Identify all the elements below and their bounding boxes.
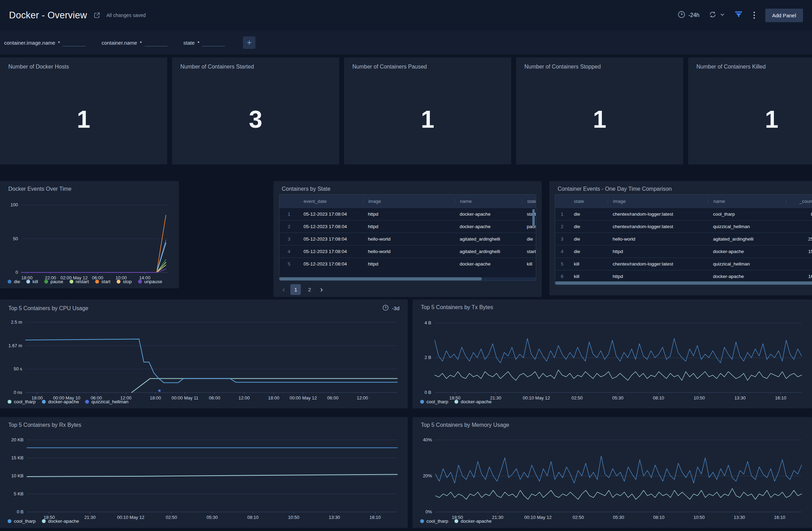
table-row[interactable]: 1diechentex/random-logger:latestcool_tha… <box>555 208 812 220</box>
page-1-button[interactable]: 1 <box>290 284 301 295</box>
rx-bytes-chart: 0 B5 KB10 KB15 KB20 KB18:5021:3000:10 Ma… <box>6 430 402 516</box>
column-header-image[interactable]: image <box>608 199 708 204</box>
table-cell: hello-world <box>363 249 455 254</box>
legend-dot-icon <box>8 280 11 284</box>
legend-label: cool_tharp <box>14 399 36 404</box>
clock-icon <box>677 10 686 20</box>
legend-item-pause[interactable]: pause <box>44 279 63 284</box>
svg-text:50: 50 <box>13 236 18 241</box>
legend-item-docker-apache[interactable]: docker-apache <box>454 399 491 404</box>
add-filter-button[interactable]: + <box>243 36 255 49</box>
table-cell: chentex/random-logger:latest <box>608 212 708 217</box>
legend-dot-icon <box>95 280 99 284</box>
page-2-button[interactable]: 2 <box>304 284 315 295</box>
legend-item-die[interactable]: die <box>8 279 20 284</box>
column-header-state[interactable]: state <box>569 199 608 204</box>
panel-title: Docker Events Over Time <box>8 186 71 192</box>
table-cell: 05-12-2023 17:08:04 <box>299 249 363 254</box>
table-row[interactable]: 105-12-2023 17:08:04httpddocker-apachest… <box>279 208 536 220</box>
legend-item-cool_tharp[interactable]: cool_tharp <box>8 399 36 404</box>
table-cell: 5 <box>279 261 299 267</box>
legend-label: unpause <box>144 279 162 284</box>
filter-input-state[interactable] <box>202 39 225 46</box>
legend-label: die <box>14 279 20 284</box>
column-header-name[interactable]: name <box>708 199 786 204</box>
svg-text:2 B: 2 B <box>424 355 431 360</box>
legend-label: cool_tharp <box>426 399 448 404</box>
table-cell: die <box>569 224 608 229</box>
panel-title: Container Events - One Day Time Comparis… <box>558 186 672 192</box>
panel-containers-stopped: Number of Containers Stopped 1 <box>516 57 683 164</box>
legend-item-unpause[interactable]: unpause <box>138 279 162 284</box>
page-prev-icon[interactable]: ‹ <box>280 286 287 294</box>
legend-item-kill[interactable]: kill <box>26 279 38 284</box>
table-row[interactable]: 205-12-2023 17:08:04httpddocker-apachepa… <box>279 220 536 233</box>
table-cell: 3 <box>555 236 569 242</box>
column-header-state[interactable]: state <box>522 199 536 204</box>
share-icon[interactable] <box>93 11 101 19</box>
legend-item-quizzical_hellman[interactable]: quizzical_hellman <box>85 399 128 404</box>
page-next-icon[interactable]: › <box>318 286 325 294</box>
svg-text:40%: 40% <box>423 437 432 442</box>
legend-item-docker-apache[interactable]: docker-apache <box>42 519 79 524</box>
column-header-event_date[interactable]: event_date <box>299 199 363 204</box>
filter-input-container-image-name[interactable] <box>63 39 85 46</box>
legend-item-stop[interactable]: stop <box>117 279 132 284</box>
filter-container-name: container.name * <box>101 39 167 46</box>
time-range-label: -24h <box>688 12 700 18</box>
legend-label: docker-apache <box>48 399 79 404</box>
vertical-scrollbar[interactable] <box>532 209 535 226</box>
table-row[interactable]: 505-12-2023 17:08:04httpddocker-apacheki… <box>279 258 536 270</box>
add-panel-button[interactable]: Add Panel <box>765 9 803 22</box>
column-header-_count[interactable]: _count <box>786 199 812 204</box>
horizontal-scrollbar[interactable] <box>555 281 812 285</box>
refresh-control[interactable] <box>709 10 725 20</box>
more-options-icon[interactable] <box>752 10 756 20</box>
legend-item-cool_tharp[interactable]: cool_tharp <box>420 519 448 524</box>
legend-dot-icon <box>44 280 48 284</box>
legend-item-start[interactable]: start <box>95 279 110 284</box>
legend-item-cool_tharp[interactable]: cool_tharp <box>8 519 36 524</box>
filter-container-image-name: container.image.name * <box>4 39 85 46</box>
legend-item-restart[interactable]: restart <box>70 279 89 284</box>
column-header-name[interactable]: name <box>455 199 522 204</box>
legend-label: pause <box>51 279 63 284</box>
table-cell: hello-world <box>363 236 455 242</box>
svg-text:0: 0 <box>16 270 18 275</box>
stat-value: 1 <box>352 70 503 158</box>
legend-dot-icon <box>42 400 46 404</box>
legend-item-cool_tharp[interactable]: cool_tharp <box>420 399 448 404</box>
chart-legend: cool_tharpdocker-apache <box>418 397 806 405</box>
legend-item-docker-apache[interactable]: docker-apache <box>454 519 491 524</box>
legend-dot-icon <box>85 400 89 404</box>
table-row[interactable]: 405-12-2023 17:08:04hello-worldagitated_… <box>279 245 536 258</box>
filter-input-container-name[interactable] <box>145 39 168 46</box>
cpu-tx-row: Top 5 Containers by CPU Usage -3d 0 ns50… <box>0 299 812 408</box>
svg-text:4 B: 4 B <box>424 320 431 325</box>
table-row[interactable]: 305-12-2023 17:08:04hello-worldagitated_… <box>279 233 536 245</box>
table-cell: 16 <box>786 274 812 279</box>
legend-dot-icon <box>8 400 11 404</box>
save-status: All changes saved <box>106 12 146 18</box>
stat-value: 3 <box>180 70 331 158</box>
table-row[interactable]: 5killchentex/random-logger:latestquizzic… <box>555 258 812 270</box>
table-row[interactable]: 6killhttpddocker-apache16 <box>555 270 812 282</box>
panel-title: Number of Containers Started <box>180 64 331 70</box>
table-row[interactable]: 4diehttpddocker-apache15 <box>555 245 812 258</box>
filter-icon[interactable] <box>734 10 743 20</box>
panel-container-events-comparison: Container Events - One Day Time Comparis… <box>549 181 812 295</box>
legend-item-docker-apache[interactable]: docker-apache <box>42 399 79 404</box>
legend-label: docker-apache <box>461 519 491 524</box>
table-cell: agitated_ardinghelli <box>708 236 786 242</box>
table-cell: hello-world <box>608 236 708 242</box>
table-row[interactable]: 3diehello-worldagitated_ardinghelli25 <box>555 233 812 245</box>
table-cell: 05-12-2023 17:08:04 <box>299 236 363 242</box>
horizontal-scrollbar[interactable] <box>279 277 536 280</box>
column-header-image[interactable]: image <box>363 199 455 204</box>
required-mark: * <box>58 40 60 46</box>
time-range-control[interactable]: -24h <box>677 10 700 20</box>
chart-legend: diekillpauserestartstartstopunpause <box>6 277 173 285</box>
table-row[interactable]: 2diechentex/random-logger:latestquizzica… <box>555 220 812 233</box>
legend-label: quizzical_hellman <box>91 399 128 404</box>
table-pagination: ‹ 1 2 › <box>279 281 536 295</box>
